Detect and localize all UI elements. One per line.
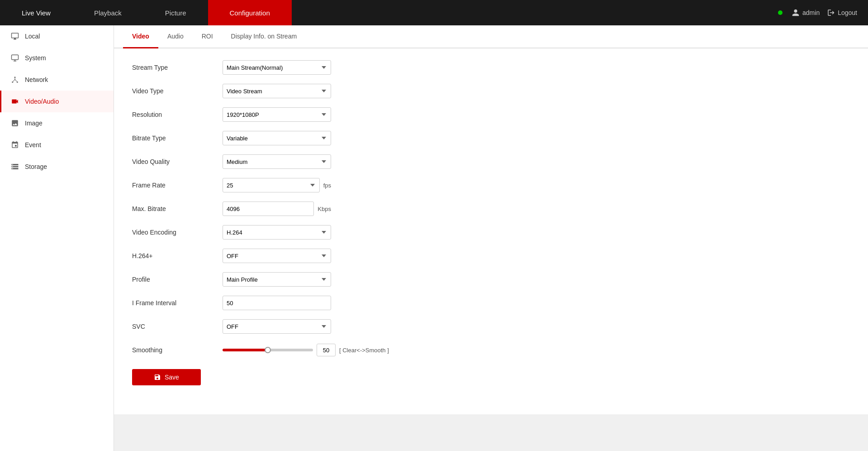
nav-playback[interactable]: Playback	[72, 0, 143, 25]
video-encoding-control: H.264 H.265 MJPEG	[223, 225, 331, 240]
resolution-select[interactable]: 1920*1080P 1280*720P 640*480 320*240	[223, 107, 331, 122]
tab-audio[interactable]: Audio	[158, 25, 193, 48]
smoothing-hint: [ Clear<->Smooth ]	[339, 347, 389, 354]
video-quality-control: Lowest Lower Low Medium Higher Highest	[223, 154, 331, 169]
video-type-select[interactable]: Video Stream Video & Audio	[223, 84, 331, 98]
smoothing-label: Smoothing	[132, 346, 223, 354]
smoothing-value: 50	[317, 344, 336, 356]
svg-point-1	[14, 77, 16, 78]
sidebar-label-event: Event	[25, 141, 41, 149]
nav-live-view[interactable]: Live View	[0, 0, 72, 25]
bitrate-type-control: Variable Constant	[223, 131, 331, 145]
sidebar-item-network[interactable]: Network	[0, 69, 114, 91]
iframe-interval-input[interactable]	[223, 296, 331, 310]
smoothing-row: Smoothing 50 [ Clear<->Smooth ]	[132, 342, 850, 358]
tab-video[interactable]: Video	[123, 25, 158, 48]
tab-display-info[interactable]: Display Info. on Stream	[222, 25, 306, 48]
sidebar-label-local: Local	[25, 33, 40, 40]
frame-rate-select[interactable]: 1234 5678 10121516 2025	[223, 178, 320, 192]
admin-label: admin	[802, 9, 820, 16]
video-encoding-label: Video Encoding	[132, 229, 223, 236]
video-quality-row: Video Quality Lowest Lower Low Medium Hi…	[132, 154, 850, 170]
monitor-icon	[10, 32, 19, 41]
stream-type-select[interactable]: Main Stream(Normal) Sub Stream Third Str…	[223, 60, 331, 75]
smoothing-control: 50 [ Clear<->Smooth ]	[223, 344, 389, 356]
resolution-control: 1920*1080P 1280*720P 640*480 320*240	[223, 107, 331, 122]
network-status-indicator	[778, 10, 783, 15]
sidebar-label-network: Network	[25, 76, 48, 83]
svc-label: SVC	[132, 323, 223, 330]
network-icon	[10, 75, 19, 84]
sidebar-label-video-audio: Video/Audio	[25, 98, 59, 105]
max-bitrate-row: Max. Bitrate 4096 Kbps	[132, 201, 850, 217]
video-encoding-select[interactable]: H.264 H.265 MJPEG	[223, 225, 331, 240]
frame-rate-label: Frame Rate	[132, 182, 223, 189]
nav-user-area: admin Logout	[778, 9, 868, 17]
logout-label: Logout	[838, 9, 857, 16]
sidebar-item-storage[interactable]: Storage	[0, 156, 114, 178]
video-icon	[10, 97, 19, 106]
nav-picture[interactable]: Picture	[143, 0, 208, 25]
profile-select[interactable]: Main Profile High Profile Basic Profile	[223, 272, 331, 287]
video-quality-label: Video Quality	[132, 158, 223, 165]
video-form: Stream Type Main Stream(Normal) Sub Stre…	[114, 48, 868, 396]
user-icon	[792, 9, 800, 17]
iframe-interval-label: I Frame Interval	[132, 299, 223, 307]
smoothing-slider-track[interactable]	[223, 349, 313, 351]
stream-type-control: Main Stream(Normal) Sub Stream Third Str…	[223, 60, 331, 75]
max-bitrate-input[interactable]: 4096	[223, 202, 314, 216]
content-panel: Video Audio ROI Display Info. on Stream …	[114, 25, 868, 414]
tab-bar: Video Audio ROI Display Info. on Stream	[114, 25, 868, 48]
resolution-row: Resolution 1920*1080P 1280*720P 640*480 …	[132, 106, 850, 123]
frame-rate-control: 1234 5678 10121516 2025 fps	[223, 178, 331, 192]
stream-type-row: Stream Type Main Stream(Normal) Sub Stre…	[132, 59, 850, 76]
sidebar-item-system[interactable]: System	[0, 47, 114, 69]
sidebar-item-local[interactable]: Local	[0, 25, 114, 47]
video-type-row: Video Type Video Stream Video & Audio	[132, 83, 850, 99]
logout-icon	[827, 9, 835, 17]
video-type-label: Video Type	[132, 87, 223, 95]
storage-icon	[10, 162, 19, 171]
body-layout: Local System Network Video/Audio Image	[0, 25, 868, 451]
svg-rect-0	[12, 55, 19, 60]
svc-row: SVC OFF ON	[132, 318, 850, 335]
bitrate-type-select[interactable]: Variable Constant	[223, 131, 331, 145]
logout-button[interactable]: Logout	[827, 9, 857, 17]
resolution-label: Resolution	[132, 111, 223, 118]
frame-rate-unit: fps	[323, 182, 331, 189]
profile-label: Profile	[132, 276, 223, 283]
nav-configuration[interactable]: Configuration	[208, 0, 292, 25]
h264-plus-control: OFF ON	[223, 249, 331, 263]
sidebar-item-image[interactable]: Image	[0, 112, 114, 134]
h264-plus-select[interactable]: OFF ON	[223, 249, 331, 263]
profile-row: Profile Main Profile High Profile Basic …	[132, 271, 850, 288]
sidebar-label-storage: Storage	[25, 163, 47, 170]
main-content: Video Audio ROI Display Info. on Stream …	[114, 25, 868, 451]
smoothing-slider-thumb[interactable]	[265, 347, 271, 353]
save-button[interactable]: Save	[132, 369, 201, 385]
save-label: Save	[165, 374, 179, 381]
video-type-control: Video Stream Video & Audio	[223, 84, 331, 98]
top-nav: Live View Playback Picture Configuration…	[0, 0, 868, 25]
bitrate-type-label: Bitrate Type	[132, 134, 223, 142]
sidebar-item-video-audio[interactable]: Video/Audio	[0, 91, 114, 112]
frame-rate-row: Frame Rate 1234 5678 10121516 2025 fps	[132, 177, 850, 193]
sidebar-item-event[interactable]: Event	[0, 134, 114, 156]
max-bitrate-label: Max. Bitrate	[132, 205, 223, 212]
sidebar-label-system: System	[25, 54, 46, 62]
svc-select[interactable]: OFF ON	[223, 319, 331, 334]
nav-links: Live View Playback Picture Configuration	[0, 0, 778, 25]
svg-point-2	[12, 82, 13, 83]
max-bitrate-control: 4096 Kbps	[223, 202, 331, 216]
sidebar: Local System Network Video/Audio Image	[0, 25, 114, 451]
video-quality-select[interactable]: Lowest Lower Low Medium Higher Highest	[223, 154, 331, 169]
video-encoding-row: Video Encoding H.264 H.265 MJPEG	[132, 224, 850, 240]
image-icon	[10, 119, 19, 128]
iframe-interval-row: I Frame Interval	[132, 295, 850, 311]
iframe-interval-control	[223, 296, 331, 310]
h264-plus-label: H.264+	[132, 252, 223, 259]
h264-plus-row: H.264+ OFF ON	[132, 248, 850, 264]
tab-roi[interactable]: ROI	[193, 25, 222, 48]
svc-control: OFF ON	[223, 319, 331, 334]
system-icon	[10, 53, 19, 62]
